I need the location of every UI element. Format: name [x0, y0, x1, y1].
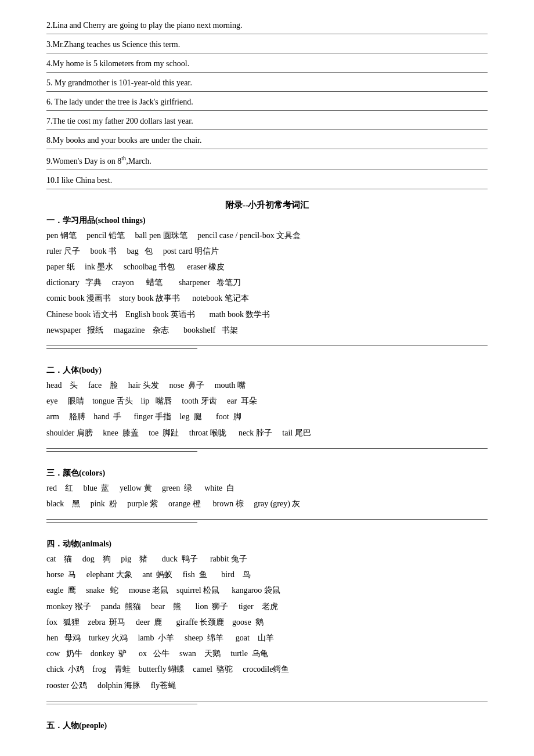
animals-line-3: eagle 鹰 snake 蛇 mouse 老鼠 squirrel 松鼠 kan… [46, 583, 488, 597]
short-divider-animals [46, 704, 197, 704]
animals-line-6: hen 母鸡 turkey 火鸡 lamb 小羊 sheep 绵羊 goat 山… [46, 631, 488, 645]
sentence-5-text: 5. My grandmother is 101-year-old this y… [46, 75, 488, 89]
section-colors: 三．颜色(colors) red 红 blue 蓝 yellow 黄 green… [46, 468, 488, 511]
sentence-10: 10.I like China best. [46, 172, 488, 189]
animals-line-5: fox 狐狸 zebra 斑马 deer 鹿 giraffe 长颈鹿 goose… [46, 615, 488, 629]
short-divider-school [46, 348, 197, 349]
sentence-7-text: 7.The tie cost my father 200 dollars las… [46, 113, 488, 127]
sentence-6: 6. The lady under the tree is Jack's gir… [46, 94, 488, 111]
sentence-3-text: 3.Mr.Zhang teaches us Science this term. [46, 37, 488, 51]
body-line-4: shoulder 肩膀 knee 膝盖 toe 脚趾 throat 喉咙 nec… [46, 426, 488, 440]
section-people: 五．人物(people) [46, 721, 488, 731]
section-animals-heading: 四．动物(animals) [46, 539, 488, 549]
section-body: 二．人体(body) head 头 face 脸 hair 头发 nose 鼻子… [46, 365, 488, 440]
sentence-7: 7.The tie cost my father 200 dollars las… [46, 113, 488, 130]
section-people-heading: 五．人物(people) [46, 721, 488, 731]
section-school: 一．学习用品(school things) pen 钢笔 pencil 铅笔 b… [46, 215, 488, 337]
body-line-2: eye 眼睛 tongue 舌头 lip 嘴唇 tooth 牙齿 ear 耳朵 [46, 394, 488, 408]
school-line-4: dictionary 字典 crayon 蜡笔 sharpener 卷笔刀 [46, 275, 488, 290]
animals-line-4: monkey 猴子 panda 熊猫 bear 熊 lion 狮子 tiger … [46, 599, 488, 614]
divider-after-animals [46, 701, 488, 701]
sentence-6-text: 6. The lady under the tree is Jack's gir… [46, 94, 488, 108]
sentence-5: 5. My grandmother is 101-year-old this y… [46, 75, 488, 92]
sentence-4: 4.My home is 5 kilometers from my school… [46, 56, 488, 73]
body-line-1: head 头 face 脸 hair 头发 nose 鼻子 mouth 嘴 [46, 378, 488, 393]
animals-line-8: chick 小鸡 frog 青蛙 butterfly 蝴蝶 camel 骆驼 c… [46, 662, 488, 676]
animals-line-2: horse 马 elephant 大象 ant 蚂蚁 fish 鱼 bird 鸟 [46, 567, 488, 582]
sentence-2: 2.Lina and Cherry are going to play the … [46, 17, 488, 34]
sentence-3: 3.Mr.Zhang teaches us Science this term. [46, 37, 488, 53]
section-body-heading: 二．人体(body) [46, 365, 488, 376]
school-line-3: paper 纸 ink 墨水 schoolbag 书包 eraser 橡皮 [46, 260, 488, 274]
animals-line-7: cow 奶牛 donkey 驴 ox 公牛 swan 天鹅 turtle 乌龟 [46, 646, 488, 661]
school-line-5: comic book 漫画书 story book 故事书 notebook 笔… [46, 291, 488, 305]
short-divider-body [46, 451, 197, 452]
sentence-2-text: 2.Lina and Cherry are going to play the … [46, 17, 488, 31]
animals-line-9: rooster 公鸡 dolphin 海豚 fly苍蝇 [46, 678, 488, 693]
divider-after-school [46, 345, 488, 346]
colors-line-1: red 红 blue 蓝 yellow 黄 green 绿 white 白 [46, 481, 488, 495]
appendix-title: 附录--小升初常考词汇 [46, 200, 488, 211]
body-line-3: arm 胳膊 hand 手 finger 手指 leg 腿 foot 脚 [46, 409, 488, 424]
section-colors-heading: 三．颜色(colors) [46, 468, 488, 478]
sentences-section: 2.Lina and Cherry are going to play the … [46, 17, 488, 189]
colors-line-2: black 黑 pink 粉 purple 紫 orange 橙 brown 棕… [46, 496, 488, 511]
sentence-4-text: 4.My home is 5 kilometers from my school… [46, 56, 488, 70]
school-line-6: Chinese book 语文书 English book 英语书 math b… [46, 307, 488, 322]
school-line-1: pen 钢笔 pencil 铅笔 ball pen 圆珠笔 pencil cas… [46, 228, 488, 243]
section-animals: 四．动物(animals) cat 猫 dog 狗 pig 猪 duck 鸭子 … [46, 539, 488, 693]
sentence-8-text: 8.My books and your books are under the … [46, 132, 488, 146]
section-school-heading: 一．学习用品(school things) [46, 215, 488, 226]
sentence-9: 9.Women's Day is on 8th,March. [46, 152, 488, 170]
sentence-9-text: 9.Women's Day is on 8th,March. [46, 152, 488, 167]
sentence-10-text: 10.I like China best. [46, 172, 488, 186]
sentence-8: 8.My books and your books are under the … [46, 132, 488, 149]
school-line-2: ruler 尺子 book 书 bag 包 post card 明信片 [46, 244, 488, 258]
divider-after-colors [46, 519, 488, 520]
divider-after-body [46, 448, 488, 449]
short-divider-colors [46, 522, 197, 523]
animals-line-1: cat 猫 dog 狗 pig 猪 duck 鸭子 rabbit 兔子 [46, 552, 488, 566]
school-line-7: newspaper 报纸 magazine 杂志 bookshelf 书架 [46, 323, 488, 337]
